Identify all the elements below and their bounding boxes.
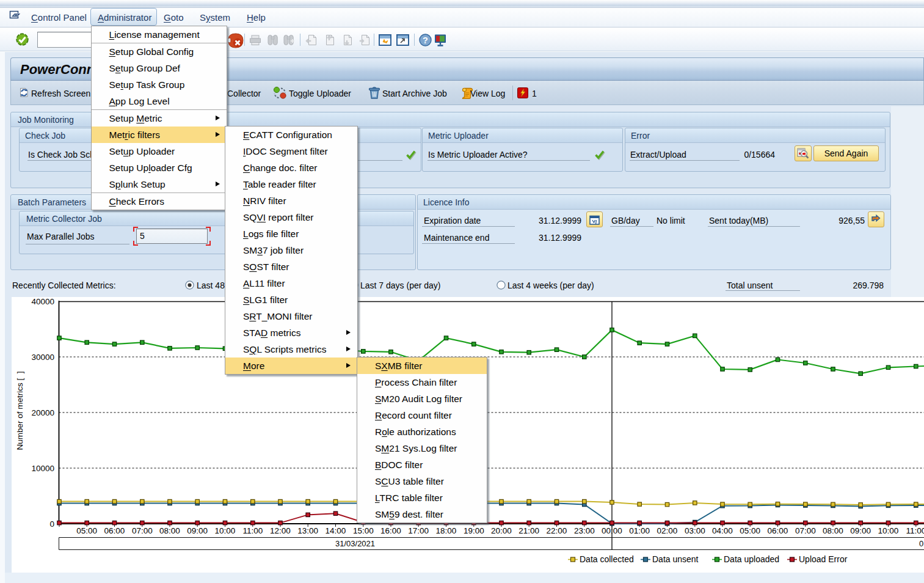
svg-text:Data uploaded: Data uploaded bbox=[724, 554, 779, 564]
svg-text:01:00: 01:00 bbox=[629, 526, 650, 535]
svg-text:06:00: 06:00 bbox=[104, 526, 125, 535]
svg-text:06:00: 06:00 bbox=[768, 526, 788, 535]
svg-text:09:00: 09:00 bbox=[850, 526, 871, 535]
svg-text:19:00: 19:00 bbox=[464, 526, 484, 535]
svg-text:04:00: 04:00 bbox=[712, 526, 733, 535]
svg-text:31/03/2021: 31/03/2021 bbox=[335, 539, 375, 548]
svg-text:Data collected: Data collected bbox=[580, 554, 634, 564]
svg-text:30000: 30000 bbox=[31, 353, 54, 362]
svg-text:15:00: 15:00 bbox=[353, 526, 374, 535]
svg-text:Number of metrics [ ]: Number of metrics [ ] bbox=[15, 371, 24, 450]
svg-text:11:00: 11:00 bbox=[906, 526, 924, 535]
svg-text:11:00: 11:00 bbox=[242, 526, 263, 535]
svg-text:?: ? bbox=[423, 35, 428, 45]
svg-text:02:00: 02:00 bbox=[657, 526, 678, 535]
svg-text:13:00: 13:00 bbox=[297, 526, 318, 535]
svg-text:00:00: 00:00 bbox=[602, 526, 622, 535]
svg-text:10:00: 10:00 bbox=[878, 526, 899, 535]
svg-text:14:00: 14:00 bbox=[326, 526, 346, 535]
svg-text:17:00: 17:00 bbox=[408, 526, 429, 535]
svg-text:10:00: 10:00 bbox=[215, 526, 236, 535]
svg-text:23:00: 23:00 bbox=[574, 526, 595, 535]
svg-text:09:00: 09:00 bbox=[187, 526, 208, 535]
svg-text:21:00: 21:00 bbox=[518, 526, 539, 535]
svg-text:40000: 40000 bbox=[31, 297, 54, 306]
svg-text:18:00: 18:00 bbox=[436, 526, 457, 535]
svg-text:20:00: 20:00 bbox=[491, 526, 512, 535]
svg-text:03:00: 03:00 bbox=[685, 526, 705, 535]
svg-text:Upload Error: Upload Error bbox=[799, 554, 848, 564]
svg-text:07:00: 07:00 bbox=[132, 526, 153, 535]
svg-text:0: 0 bbox=[49, 519, 54, 529]
svg-text:08:00: 08:00 bbox=[823, 526, 843, 535]
svg-text:08:00: 08:00 bbox=[159, 526, 180, 535]
svg-text:10000: 10000 bbox=[31, 464, 54, 473]
svg-text:Data unsent: Data unsent bbox=[652, 554, 699, 564]
svg-text:01/04/2021: 01/04/2021 bbox=[919, 539, 924, 548]
svg-text:07:00: 07:00 bbox=[795, 526, 816, 535]
svg-text:12:00: 12:00 bbox=[270, 526, 291, 535]
svg-text:22:00: 22:00 bbox=[547, 526, 567, 535]
svg-text:05:00: 05:00 bbox=[76, 526, 97, 535]
svg-text:16:00: 16:00 bbox=[380, 526, 401, 535]
svg-text:05:00: 05:00 bbox=[740, 526, 760, 535]
svg-text:20000: 20000 bbox=[31, 408, 54, 417]
